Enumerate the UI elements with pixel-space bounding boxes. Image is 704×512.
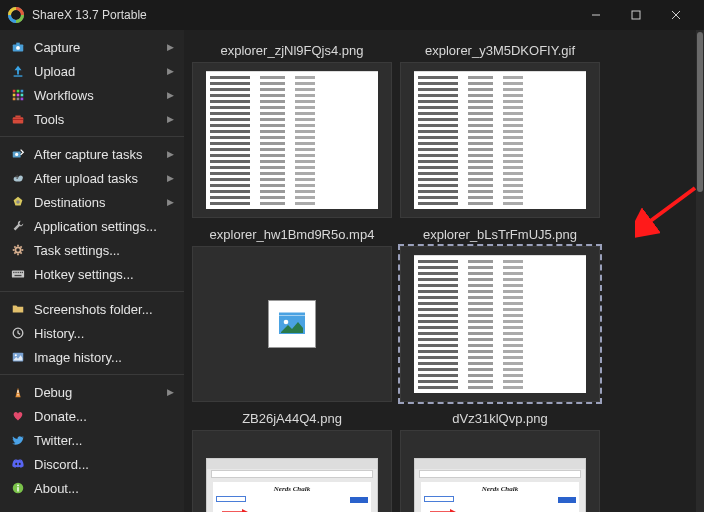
svg-rect-37 — [15, 272, 16, 273]
menu-item-image-history-[interactable]: Image history... — [0, 345, 184, 369]
menu-item-application-settings-[interactable]: Application settings... — [0, 214, 184, 238]
thumbnail-preview — [414, 71, 586, 209]
thumbnail-box[interactable]: Nerds Chalk — [192, 430, 392, 512]
upload-icon — [10, 63, 26, 79]
about-icon — [10, 480, 26, 496]
afup-icon — [10, 170, 26, 186]
svg-rect-48 — [17, 487, 18, 491]
svg-line-32 — [20, 252, 21, 253]
svg-rect-13 — [17, 94, 20, 97]
svg-rect-45 — [17, 390, 18, 393]
folder-icon — [10, 301, 26, 317]
thumbnail-box[interactable] — [400, 246, 600, 402]
svg-point-24 — [18, 175, 22, 179]
menu-item-label: Donate... — [34, 409, 174, 424]
maximize-button[interactable] — [616, 0, 656, 30]
menu-item-destinations[interactable]: Destinations ▶ — [0, 190, 184, 214]
menu-item-label: After capture tasks — [34, 147, 167, 162]
close-button[interactable] — [656, 0, 696, 30]
thumbnail-box[interactable] — [192, 62, 392, 218]
svg-rect-9 — [13, 90, 16, 93]
toolbox-icon — [10, 111, 26, 127]
svg-point-7 — [16, 46, 20, 50]
menu-item-label: Hotkey settings... — [34, 267, 174, 282]
menu-item-label: Task settings... — [34, 243, 174, 258]
thumbnail-item[interactable]: explorer_zjNl9FQjs4.png — [192, 40, 392, 218]
svg-point-22 — [15, 153, 18, 156]
thumbnail-item[interactable]: explorer_bLsTrFmUJ5.png — [400, 224, 600, 402]
thumbnail-item[interactable]: dVz31klQvp.png Nerds Chalk — [400, 408, 600, 512]
wrench-icon — [10, 218, 26, 234]
thumbnail-preview — [206, 71, 378, 209]
menu-item-history-[interactable]: History... — [0, 321, 184, 345]
thumbnail-item[interactable]: ZB26jA44Q4.png Nerds Chalk — [192, 408, 392, 512]
thumbnail-item[interactable]: explorer_y3M5DKOFIY.gif — [400, 40, 600, 218]
thumbnail-box[interactable]: Nerds Chalk — [400, 430, 600, 512]
svg-rect-15 — [13, 98, 16, 101]
minimize-button[interactable] — [576, 0, 616, 30]
menu-item-label: Capture — [34, 40, 167, 55]
chevron-right-icon: ▶ — [167, 66, 174, 76]
svg-rect-2 — [632, 11, 640, 19]
menu-item-task-settings-[interactable]: Task settings... — [0, 238, 184, 262]
svg-rect-17 — [21, 98, 24, 101]
menu-item-workflows[interactable]: Workflows ▶ — [0, 83, 184, 107]
svg-point-25 — [16, 200, 20, 204]
svg-rect-46 — [17, 394, 18, 395]
svg-rect-18 — [13, 117, 24, 123]
svg-rect-14 — [21, 94, 24, 97]
thumbnail-label: explorer_bLsTrFmUJ5.png — [400, 224, 600, 246]
svg-line-33 — [14, 252, 15, 253]
thumbnail-item[interactable]: explorer_hw1Bmd9R5o.mp4 — [192, 224, 392, 402]
thumbnail-box[interactable] — [192, 246, 392, 402]
menu-item-about-[interactable]: About... — [0, 476, 184, 500]
history-icon — [10, 325, 26, 341]
menu-item-label: Image history... — [34, 350, 174, 365]
thumbnail-label: dVz31klQvp.png — [400, 408, 600, 430]
svg-rect-40 — [22, 272, 23, 273]
camera-icon — [10, 39, 26, 55]
menu-item-tools[interactable]: Tools ▶ — [0, 107, 184, 131]
thumbnail-box[interactable] — [400, 62, 600, 218]
discord-icon — [10, 456, 26, 472]
svg-rect-41 — [15, 275, 22, 276]
imghist-icon — [10, 349, 26, 365]
chevron-right-icon: ▶ — [167, 197, 174, 207]
menu-item-upload[interactable]: Upload ▶ — [0, 59, 184, 83]
menu-item-hotkey-settings-[interactable]: Hotkey settings... — [0, 262, 184, 286]
thumbnail-preview: Nerds Chalk — [206, 458, 378, 512]
menu-item-after-capture-tasks[interactable]: After capture tasks ▶ — [0, 142, 184, 166]
dest-icon — [10, 194, 26, 210]
svg-point-44 — [15, 354, 17, 356]
debug-icon — [10, 384, 26, 400]
menu-item-label: Destinations — [34, 195, 167, 210]
menu-item-twitter-[interactable]: Twitter... — [0, 428, 184, 452]
window-title: ShareX 13.7 Portable — [32, 8, 576, 22]
menu-item-after-upload-tasks[interactable]: After upload tasks ▶ — [0, 166, 184, 190]
scrollbar-track[interactable] — [696, 30, 704, 512]
menu-item-screenshots-folder-[interactable]: Screenshots folder... — [0, 297, 184, 321]
svg-rect-12 — [13, 94, 16, 97]
menu-item-debug[interactable]: Debug ▶ — [0, 380, 184, 404]
menu-item-label: Twitter... — [34, 433, 174, 448]
scrollbar-thumb[interactable] — [697, 32, 703, 192]
menu-item-donate-[interactable]: Donate... — [0, 404, 184, 428]
menu-item-label: History... — [34, 326, 174, 341]
menu-item-discord-[interactable]: Discord... — [0, 452, 184, 476]
chevron-right-icon: ▶ — [167, 387, 174, 397]
separator — [0, 374, 184, 375]
menu-item-label: Debug — [34, 385, 167, 400]
chevron-right-icon: ▶ — [167, 173, 174, 183]
menu-item-label: After upload tasks — [34, 171, 167, 186]
thumbnail-label: explorer_y3M5DKOFIY.gif — [400, 40, 600, 62]
chevron-right-icon: ▶ — [167, 114, 174, 124]
thumbnail-label: explorer_hw1Bmd9R5o.mp4 — [192, 224, 392, 246]
keyboard-icon — [10, 266, 26, 282]
app-icon — [8, 7, 24, 23]
svg-rect-19 — [15, 116, 20, 118]
afcap-icon — [10, 146, 26, 162]
menu-item-label: Discord... — [34, 457, 174, 472]
menu-item-capture[interactable]: Capture ▶ — [0, 35, 184, 59]
chevron-right-icon: ▶ — [167, 90, 174, 100]
menu-item-label: Application settings... — [34, 219, 174, 234]
